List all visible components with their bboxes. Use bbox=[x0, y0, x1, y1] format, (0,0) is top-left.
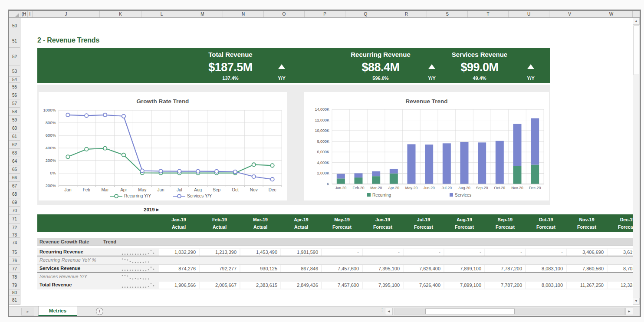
row-header-80[interactable]: 80 bbox=[9, 289, 20, 296]
row-header-71[interactable]: 71 bbox=[9, 215, 20, 223]
row-header-64[interactable]: 64 bbox=[9, 157, 20, 165]
scroll-right-button[interactable]: ► bbox=[625, 308, 633, 315]
row-header-66[interactable]: 66 bbox=[9, 174, 20, 182]
new-sheet-button[interactable]: + bbox=[96, 308, 103, 315]
row-header-73[interactable]: 73 bbox=[9, 232, 20, 238]
row-header-50[interactable]: 50 bbox=[9, 18, 20, 34]
row-header-55[interactable]: 55 bbox=[9, 83, 20, 91]
table-cell[interactable]: - bbox=[322, 249, 362, 256]
column-header-W[interactable]: W bbox=[590, 11, 633, 18]
table-cell[interactable]: 7,457,600 bbox=[322, 282, 362, 289]
column-header-V[interactable]: V bbox=[549, 11, 590, 18]
table-cell[interactable]: 3,619,890 bbox=[608, 249, 633, 256]
row-header-75[interactable]: 75 bbox=[9, 248, 20, 256]
table-cell[interactable]: 2,383,615 bbox=[240, 282, 280, 289]
month-header-cell[interactable]: Sep-19Forecast bbox=[485, 214, 526, 232]
table-cell[interactable]: 7,860,560 bbox=[567, 265, 607, 272]
column-header-R[interactable]: R bbox=[386, 11, 427, 18]
row-header-76[interactable]: 76 bbox=[9, 256, 20, 265]
column-header-K[interactable]: K bbox=[100, 11, 141, 18]
month-header-cell[interactable]: Aug-19Forecast bbox=[444, 214, 485, 232]
table-cell[interactable]: 7,395,100 bbox=[363, 282, 403, 289]
select-all-corner[interactable] bbox=[9, 11, 20, 18]
month-header-cell[interactable]: Jul-19Forecast bbox=[403, 214, 444, 232]
row-header-68[interactable]: 68 bbox=[9, 190, 20, 198]
row-header-65[interactable]: 65 bbox=[9, 165, 20, 174]
table-cell[interactable]: 2,849,436 bbox=[281, 282, 321, 289]
column-header-Q[interactable]: Q bbox=[345, 11, 386, 18]
table-cell[interactable]: 7,787,200 bbox=[485, 282, 525, 289]
month-header-cell[interactable]: Dec-19Forecast bbox=[607, 214, 633, 232]
table-cell[interactable]: 7,395,100 bbox=[363, 265, 403, 272]
kpi-banner[interactable]: Total Revenue$187.5M137.4%Y/YRecurring R… bbox=[37, 48, 550, 83]
row-header-52[interactable]: 52 bbox=[9, 48, 20, 66]
table-cell[interactable]: - bbox=[404, 249, 444, 256]
row-header-61[interactable]: 61 bbox=[9, 132, 20, 141]
table-cell[interactable]: 7,626,400 bbox=[404, 265, 444, 272]
table-cell[interactable]: 1,981,590 bbox=[281, 249, 321, 256]
table-row[interactable]: Recurring Revenue YoY % bbox=[37, 256, 633, 265]
tab-scroll-button[interactable]: ▸ bbox=[21, 308, 34, 315]
row-header-74[interactable]: 74 bbox=[9, 238, 20, 248]
table-cell[interactable]: - bbox=[444, 249, 484, 256]
sheet-grid[interactable]: 2 - Revenue Trends Total Revenue$187.5M1… bbox=[21, 18, 633, 305]
row-header-58[interactable]: 58 bbox=[9, 108, 20, 116]
column-header-J[interactable]: J bbox=[33, 11, 100, 18]
month-header-cell[interactable]: Apr-19Actual bbox=[281, 214, 322, 232]
horizontal-scrollbar[interactable] bbox=[394, 308, 625, 315]
table-cell[interactable]: 8,083,100 bbox=[526, 265, 566, 272]
scroll-up-button[interactable]: ▲ bbox=[633, 18, 640, 25]
vertical-scrollbar[interactable]: ▲ ▼ bbox=[633, 18, 640, 305]
table-cell[interactable]: 1,213,390 bbox=[200, 249, 240, 256]
column-header-S[interactable]: S bbox=[427, 11, 468, 18]
table-cell[interactable]: 7,626,400 bbox=[404, 282, 444, 289]
row-header-53[interactable]: 53 bbox=[9, 66, 20, 77]
row-header-69[interactable]: 69 bbox=[9, 198, 20, 207]
table-cell[interactable]: 2,005,667 bbox=[200, 282, 240, 289]
table-cell[interactable]: 12,328,594 bbox=[608, 282, 633, 289]
row-header-51[interactable]: 51 bbox=[9, 34, 20, 48]
sheet-tab-metrics[interactable]: Metrics bbox=[38, 306, 77, 316]
row-header-57[interactable]: 57 bbox=[9, 99, 20, 108]
row-header-78[interactable]: 78 bbox=[9, 273, 20, 281]
year-group-label[interactable]: 2019 ▶ bbox=[144, 207, 159, 212]
row-header-63[interactable]: 63 bbox=[9, 149, 20, 157]
table-cell[interactable]: 7,787,200 bbox=[485, 265, 525, 272]
tab-splitter-handle[interactable]: ⋮ bbox=[380, 307, 384, 313]
row-header-60[interactable]: 60 bbox=[9, 124, 20, 132]
table-cell[interactable]: 1,032,290 bbox=[159, 249, 199, 256]
table-cell[interactable]: 1,906,566 bbox=[159, 282, 199, 289]
column-header-N[interactable]: N bbox=[223, 11, 264, 18]
revenue-trend-chart[interactable]: K2,000K4,000K6,000K8,000K10,000K12,000K1… bbox=[304, 92, 549, 200]
month-header-cell[interactable]: Mar-19Actual bbox=[240, 214, 281, 232]
table-cell[interactable]: 874,276 bbox=[159, 265, 199, 272]
row-header-67[interactable]: 67 bbox=[9, 182, 20, 190]
table-cell[interactable]: 8,083,100 bbox=[526, 282, 566, 289]
row-header-81[interactable]: 81 bbox=[9, 296, 20, 305]
table-row[interactable]: Recurring Revenue1,032,2901,213,3901,453… bbox=[37, 248, 633, 256]
table-row[interactable]: Total Revenue1,906,5662,005,6672,383,615… bbox=[37, 281, 633, 289]
table-cell[interactable]: 930,125 bbox=[240, 265, 280, 272]
table-cell[interactable]: 7,899,100 bbox=[444, 282, 484, 289]
month-header-cell[interactable]: Nov-19Forecast bbox=[566, 214, 607, 232]
row-header-72[interactable]: 72 bbox=[9, 223, 20, 232]
table-row[interactable]: Services Revenue874,276792,277930,125867… bbox=[37, 265, 633, 273]
row-header-59[interactable]: 59 bbox=[9, 116, 20, 124]
table-cell[interactable]: - bbox=[485, 249, 525, 256]
row-header-70[interactable]: 70 bbox=[9, 207, 20, 215]
horizontal-scroll-thumb[interactable] bbox=[425, 309, 515, 314]
table-cell[interactable]: 7,457,600 bbox=[322, 265, 362, 272]
table-cell[interactable]: - bbox=[526, 249, 566, 256]
row-header-62[interactable]: 62 bbox=[9, 141, 20, 149]
table-row[interactable]: Services Revenue Y/Y bbox=[37, 273, 633, 281]
table-cell[interactable]: 1,453,490 bbox=[240, 249, 280, 256]
month-header-cell[interactable]: Jan-19Actual bbox=[158, 214, 199, 232]
column-header-T[interactable]: T bbox=[468, 11, 509, 18]
column-header-O[interactable]: O bbox=[264, 11, 305, 18]
month-header-cell[interactable]: May-19Forecast bbox=[322, 214, 362, 232]
row-header-56[interactable]: 56 bbox=[9, 91, 20, 99]
table-cell[interactable]: 3,406,690 bbox=[567, 249, 607, 256]
column-header-L[interactable]: L bbox=[141, 11, 182, 18]
column-header-H[interactable]: (H bbox=[20, 11, 28, 18]
column-header-I[interactable]: I bbox=[28, 11, 33, 18]
